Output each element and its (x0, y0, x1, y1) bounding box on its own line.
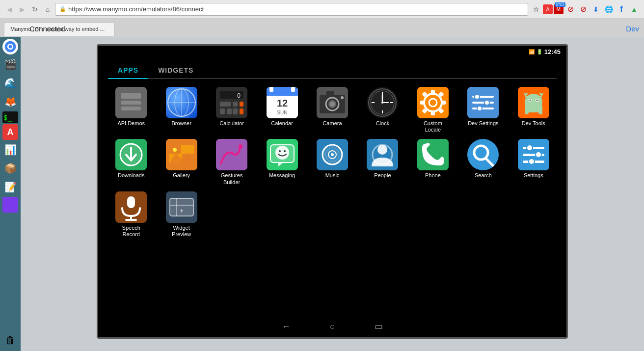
forward-button[interactable]: ▶ (17, 4, 27, 15)
app-label-camera: Camera (322, 120, 342, 127)
app-label-calendar: Calendar (271, 120, 293, 127)
back-button[interactable]: ◀ (4, 4, 15, 15)
svg-rect-62 (472, 108, 494, 109)
app-label-people: People (374, 172, 391, 179)
app-item-search[interactable]: Search (460, 139, 506, 185)
app-item-people[interactable]: People (359, 139, 405, 185)
svg-rect-18 (240, 102, 243, 107)
app-item-phone[interactable]: Phone (410, 139, 456, 185)
app-label-calculator: Calculator (219, 120, 244, 127)
svg-rect-26 (269, 87, 273, 92)
app-item-gestures[interactable]: Gestures Builder (209, 139, 255, 185)
sidebar-icon-film[interactable]: 🎬 (1, 55, 19, 73)
svg-point-111 (527, 145, 533, 151)
svg-rect-35 (326, 91, 334, 96)
svg-rect-52 (442, 101, 446, 105)
sidebar-icon-notes[interactable]: 📝 (1, 178, 19, 196)
sidebar-icon-trash[interactable]: 🗑 (1, 331, 19, 349)
svg-text:+: + (180, 207, 184, 215)
svg-rect-22 (240, 108, 243, 114)
app-item-widget-preview[interactable]: + Widget Preview (158, 191, 204, 238)
sidebar-icon-chromium[interactable]: 🌊 (1, 74, 19, 92)
dev-link[interactable]: Dev (626, 21, 639, 37)
app-label-custom-locale: Custom Locale (415, 120, 451, 133)
svg-point-61 (484, 100, 489, 105)
app-item-custom-locale[interactable]: Custom Locale (410, 87, 456, 133)
svg-rect-87 (216, 139, 247, 170)
signal-icon: 📶 (529, 49, 535, 54)
browser-chrome: ◀ ▶ ↻ ⌂ 🔒 https://www.manymo.com/emulato… (0, 0, 644, 37)
app-label-speech-record: Speech Record (113, 225, 149, 238)
sidebar-icon-font[interactable]: A (2, 124, 18, 140)
app-icon-widget-preview: + (166, 191, 197, 223)
app-item-downloads[interactable]: Downloads (108, 139, 154, 185)
extensions-icon[interactable]: A (543, 4, 553, 14)
block2-icon[interactable]: ⊘ (577, 3, 589, 15)
tab-widgets[interactable]: WIDGETS (148, 62, 203, 78)
svg-point-36 (341, 96, 344, 99)
app-item-calculator[interactable]: 0 Calculator (209, 87, 255, 133)
app-item-messaging[interactable]: Messaging (259, 139, 305, 185)
app-item-dev-tools[interactable]: Dev Tools (510, 87, 557, 133)
bookmark-star-icon[interactable]: ☆ (530, 3, 542, 15)
reload-button[interactable]: ↻ (29, 4, 40, 15)
tab-apps[interactable]: APPS (108, 62, 148, 79)
download-icon[interactable]: ⬇ (590, 3, 602, 15)
google-drive-icon[interactable]: ▲ (628, 3, 640, 15)
svg-point-113 (536, 152, 541, 158)
svg-point-3 (9, 45, 12, 49)
app-icon-search (467, 139, 499, 170)
sidebar: 🎬 🌊 🦊 $_ A 📊 📦 📝 🗑 (0, 37, 21, 351)
block-icon[interactable]: ⊘ (564, 3, 576, 15)
app-item-api-demos[interactable]: API Demos (108, 87, 154, 133)
app-item-dev-settings[interactable]: Dev Settings (460, 87, 506, 133)
network-icon[interactable]: 🌐 (603, 3, 615, 15)
svg-rect-20 (227, 108, 232, 114)
sidebar-icon-chart[interactable]: 📊 (1, 141, 19, 159)
app-icon-browser (166, 87, 197, 118)
app-icon-people (367, 139, 398, 170)
nav-back-button[interactable]: ← (282, 322, 291, 332)
app-label-gestures: Gestures Builder (214, 172, 249, 185)
app-grid: API Demos Browser (108, 83, 557, 242)
svg-rect-51 (420, 101, 424, 105)
svg-rect-6 (121, 101, 141, 105)
app-label-settings: Settings (524, 172, 543, 179)
svg-point-59 (475, 94, 480, 99)
app-item-music[interactable]: Music (309, 139, 355, 185)
svg-point-100 (331, 153, 334, 156)
app-icon-calendar: 12 SUN (267, 87, 298, 118)
gmail-icon[interactable]: M5702 (554, 4, 564, 14)
nav-recents-button[interactable]: ▭ (375, 321, 383, 332)
svg-point-85 (173, 148, 177, 152)
android-emulator: 📶 🔋 12:45 APPS WIDGETS (97, 44, 568, 339)
sidebar-icon-terminal[interactable]: $_ (2, 111, 18, 123)
svg-point-63 (477, 106, 482, 111)
app-item-calendar[interactable]: 12 SUN Calendar (259, 87, 305, 133)
address-bar[interactable]: 🔒 https://www.manymo.com/emulators/86/co… (55, 3, 528, 16)
app-label-dev-settings: Dev Settings (468, 120, 498, 127)
app-item-browser[interactable]: Browser (158, 87, 204, 133)
sidebar-icon-dropbox[interactable]: 📦 (1, 160, 19, 177)
app-item-camera[interactable]: Camera (309, 87, 355, 133)
nav-home-button[interactable]: ○ (330, 322, 335, 332)
svg-point-34 (330, 102, 335, 107)
app-item-gallery[interactable]: Gallery (158, 139, 204, 185)
app-label-messaging: Messaging (269, 172, 295, 179)
app-icon-music (317, 139, 348, 170)
android-screen: 📶 🔋 12:45 APPS WIDGETS (98, 46, 566, 337)
app-icon-downloads (115, 139, 147, 170)
svg-point-103 (377, 145, 387, 155)
sidebar-icon-chrome[interactable] (2, 39, 18, 54)
sidebar-icon-firefox[interactable]: 🦊 (1, 93, 19, 110)
app-item-speech-record[interactable]: Speech Record (108, 191, 154, 238)
sidebar-icon-purple[interactable] (2, 197, 18, 213)
app-item-settings[interactable]: Settings (510, 139, 557, 185)
facebook-icon[interactable]: f (616, 3, 627, 15)
toolbar-icons: ☆ A M5702 ⊘ ⊘ ⬇ 🌐 f ▲ (530, 3, 640, 15)
app-item-clock[interactable]: Clock (359, 87, 405, 133)
app-icon-custom-locale (417, 87, 449, 118)
home-button[interactable]: ⌂ (42, 4, 53, 15)
svg-rect-72 (525, 105, 542, 112)
battery-icon: 🔋 (537, 49, 542, 54)
